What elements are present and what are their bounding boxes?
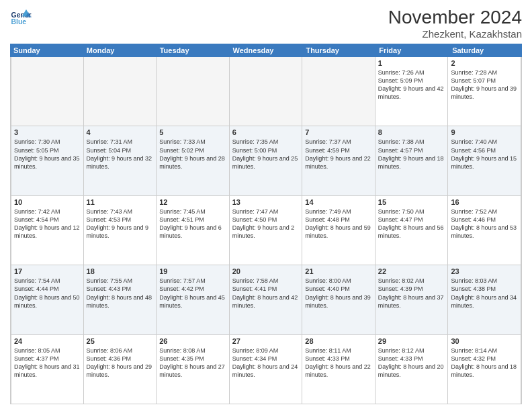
cal-cell: 27Sunrise: 8:09 AM Sunset: 4:34 PM Dayli…	[230, 335, 303, 404]
logo: General Blue	[10, 7, 34, 28]
cell-info: Sunrise: 8:02 AM Sunset: 4:39 PM Dayligh…	[378, 277, 445, 310]
calendar-row-3: 17Sunrise: 7:54 AM Sunset: 4:44 PM Dayli…	[11, 265, 521, 334]
calendar-row-0: 1Sunrise: 7:26 AM Sunset: 5:09 PM Daylig…	[11, 57, 521, 126]
cell-info: Sunrise: 7:33 AM Sunset: 5:02 PM Dayligh…	[159, 138, 226, 171]
cal-cell: 15Sunrise: 7:50 AM Sunset: 4:47 PM Dayli…	[375, 196, 449, 265]
day-number: 18	[87, 267, 154, 275]
cal-cell: 25Sunrise: 8:06 AM Sunset: 4:36 PM Dayli…	[84, 335, 157, 404]
cal-cell: 18Sunrise: 7:55 AM Sunset: 4:43 PM Dayli…	[84, 265, 157, 334]
header-wednesday: Wednesday	[230, 44, 303, 57]
cell-info: Sunrise: 8:00 AM Sunset: 4:40 PM Dayligh…	[305, 277, 372, 310]
cal-cell: 29Sunrise: 8:12 AM Sunset: 4:33 PM Dayli…	[375, 335, 449, 404]
day-number: 23	[451, 267, 518, 275]
cal-cell	[157, 57, 230, 126]
calendar-body: 1Sunrise: 7:26 AM Sunset: 5:09 PM Daylig…	[10, 57, 522, 404]
cell-info: Sunrise: 7:30 AM Sunset: 5:05 PM Dayligh…	[14, 138, 81, 171]
cell-info: Sunrise: 7:58 AM Sunset: 4:41 PM Dayligh…	[232, 277, 300, 310]
cell-info: Sunrise: 7:43 AM Sunset: 4:53 PM Dayligh…	[87, 208, 154, 240]
day-number: 30	[451, 337, 518, 345]
cell-info: Sunrise: 7:52 AM Sunset: 4:46 PM Dayligh…	[451, 208, 518, 240]
header: General Blue November 2024 Zhezkent, Kaz…	[10, 7, 522, 40]
day-number: 10	[14, 198, 81, 206]
day-number: 22	[378, 267, 445, 275]
cell-info: Sunrise: 7:38 AM Sunset: 4:57 PM Dayligh…	[378, 138, 445, 171]
calendar-row-4: 24Sunrise: 8:05 AM Sunset: 4:37 PM Dayli…	[11, 335, 521, 404]
cal-cell: 1Sunrise: 7:26 AM Sunset: 5:09 PM Daylig…	[375, 57, 449, 126]
cal-cell	[11, 57, 84, 126]
day-number: 14	[305, 198, 372, 206]
cell-info: Sunrise: 8:12 AM Sunset: 4:33 PM Dayligh…	[378, 347, 445, 379]
day-number: 1	[378, 59, 445, 67]
cal-cell	[84, 57, 157, 126]
day-number: 24	[14, 337, 81, 345]
day-number: 2	[451, 59, 518, 67]
cell-info: Sunrise: 7:54 AM Sunset: 4:44 PM Dayligh…	[14, 277, 81, 310]
day-number: 8	[378, 128, 445, 136]
cell-info: Sunrise: 8:08 AM Sunset: 4:35 PM Dayligh…	[159, 347, 226, 379]
cal-cell: 20Sunrise: 7:58 AM Sunset: 4:41 PM Dayli…	[230, 265, 303, 334]
cal-cell: 5Sunrise: 7:33 AM Sunset: 5:02 PM Daylig…	[157, 126, 230, 195]
day-number: 25	[87, 337, 154, 345]
cal-cell: 2Sunrise: 7:28 AM Sunset: 5:07 PM Daylig…	[448, 57, 521, 126]
day-number: 3	[14, 128, 81, 136]
cell-info: Sunrise: 8:09 AM Sunset: 4:34 PM Dayligh…	[232, 347, 300, 379]
day-number: 15	[378, 198, 445, 206]
cell-info: Sunrise: 7:49 AM Sunset: 4:48 PM Dayligh…	[305, 208, 372, 240]
page: General Blue November 2024 Zhezkent, Kaz…	[0, 0, 532, 411]
cell-info: Sunrise: 7:45 AM Sunset: 4:51 PM Dayligh…	[159, 208, 226, 240]
cal-cell: 9Sunrise: 7:40 AM Sunset: 4:56 PM Daylig…	[448, 126, 521, 195]
cell-info: Sunrise: 8:05 AM Sunset: 4:37 PM Dayligh…	[14, 347, 81, 379]
cal-cell: 7Sunrise: 7:37 AM Sunset: 4:59 PM Daylig…	[302, 126, 375, 195]
header-saturday: Saturday	[449, 44, 522, 57]
cal-cell: 28Sunrise: 8:11 AM Sunset: 4:33 PM Dayli…	[302, 335, 375, 404]
calendar-row-2: 10Sunrise: 7:42 AM Sunset: 4:54 PM Dayli…	[11, 196, 521, 265]
cell-info: Sunrise: 7:55 AM Sunset: 4:43 PM Dayligh…	[87, 277, 154, 310]
cell-info: Sunrise: 7:47 AM Sunset: 4:50 PM Dayligh…	[232, 208, 300, 240]
day-number: 11	[87, 198, 154, 206]
cal-cell: 11Sunrise: 7:43 AM Sunset: 4:53 PM Dayli…	[84, 196, 157, 265]
day-number: 19	[159, 267, 226, 275]
title-section: November 2024 Zhezkent, Kazakhstan	[388, 7, 522, 40]
cal-cell: 14Sunrise: 7:49 AM Sunset: 4:48 PM Dayli…	[302, 196, 375, 265]
cal-cell: 8Sunrise: 7:38 AM Sunset: 4:57 PM Daylig…	[375, 126, 449, 195]
cal-cell	[302, 57, 375, 126]
cell-info: Sunrise: 7:37 AM Sunset: 4:59 PM Dayligh…	[305, 138, 372, 171]
header-monday: Monday	[83, 44, 157, 57]
header-sunday: Sunday	[10, 44, 83, 57]
cal-cell	[230, 57, 303, 126]
cal-cell: 13Sunrise: 7:47 AM Sunset: 4:50 PM Dayli…	[230, 196, 303, 265]
cell-info: Sunrise: 7:50 AM Sunset: 4:47 PM Dayligh…	[378, 208, 445, 240]
day-number: 7	[305, 128, 372, 136]
cal-cell: 12Sunrise: 7:45 AM Sunset: 4:51 PM Dayli…	[157, 196, 230, 265]
cal-cell: 19Sunrise: 7:57 AM Sunset: 4:42 PM Dayli…	[157, 265, 230, 334]
svg-text:Blue: Blue	[11, 18, 27, 26]
day-number: 4	[87, 128, 154, 136]
header-thursday: Thursday	[302, 44, 375, 57]
cell-info: Sunrise: 7:31 AM Sunset: 5:04 PM Dayligh…	[87, 138, 154, 171]
calendar-header: Sunday Monday Tuesday Wednesday Thursday…	[10, 44, 522, 57]
page-title: November 2024	[388, 7, 522, 28]
header-friday: Friday	[375, 44, 449, 57]
calendar-row-1: 3Sunrise: 7:30 AM Sunset: 5:05 PM Daylig…	[11, 126, 521, 195]
cell-info: Sunrise: 7:42 AM Sunset: 4:54 PM Dayligh…	[14, 208, 81, 240]
cell-info: Sunrise: 8:11 AM Sunset: 4:33 PM Dayligh…	[305, 347, 372, 379]
cell-info: Sunrise: 7:40 AM Sunset: 4:56 PM Dayligh…	[451, 138, 518, 171]
day-number: 6	[232, 128, 300, 136]
cal-cell: 22Sunrise: 8:02 AM Sunset: 4:39 PM Dayli…	[375, 265, 449, 334]
cal-cell: 30Sunrise: 8:14 AM Sunset: 4:32 PM Dayli…	[448, 335, 521, 404]
cal-cell: 23Sunrise: 8:03 AM Sunset: 4:38 PM Dayli…	[448, 265, 521, 334]
cal-cell: 24Sunrise: 8:05 AM Sunset: 4:37 PM Dayli…	[11, 335, 84, 404]
day-number: 21	[305, 267, 372, 275]
logo-icon: General Blue	[10, 7, 32, 28]
day-number: 26	[159, 337, 226, 345]
cell-info: Sunrise: 7:57 AM Sunset: 4:42 PM Dayligh…	[159, 277, 226, 310]
day-number: 13	[232, 198, 300, 206]
day-number: 27	[232, 337, 300, 345]
cell-info: Sunrise: 8:14 AM Sunset: 4:32 PM Dayligh…	[451, 347, 518, 379]
day-number: 12	[159, 198, 226, 206]
header-tuesday: Tuesday	[157, 44, 230, 57]
cal-cell: 21Sunrise: 8:00 AM Sunset: 4:40 PM Dayli…	[302, 265, 375, 334]
cell-info: Sunrise: 7:26 AM Sunset: 5:09 PM Dayligh…	[378, 68, 445, 101]
cal-cell: 26Sunrise: 8:08 AM Sunset: 4:35 PM Dayli…	[157, 335, 230, 404]
day-number: 28	[305, 337, 372, 345]
